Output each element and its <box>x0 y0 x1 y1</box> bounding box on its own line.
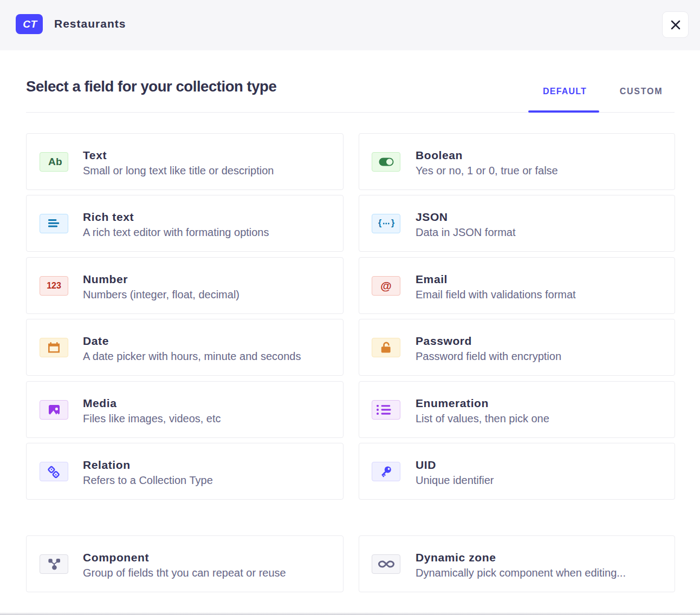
svg-text:{: { <box>378 218 381 227</box>
svg-text:}: } <box>391 218 394 227</box>
